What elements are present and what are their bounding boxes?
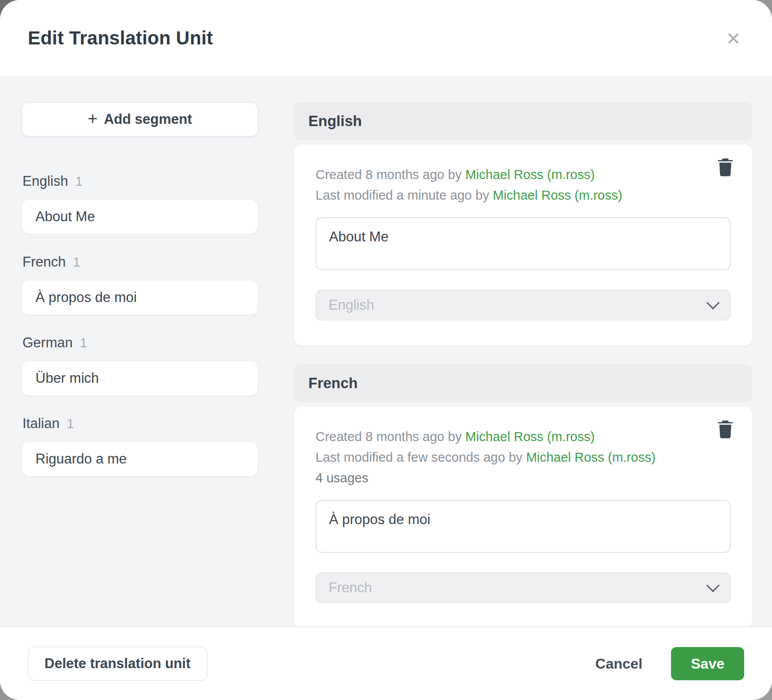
section-french: French Created 8 months ago by Michael R… — [294, 364, 752, 626]
save-button[interactable]: Save — [671, 647, 744, 680]
section-title: English — [308, 113, 362, 130]
segment-count-badge: 1 — [75, 174, 83, 189]
add-segment-label: Add segment — [104, 111, 192, 127]
language-select-value: French — [329, 580, 372, 596]
segment-language: Italian — [22, 416, 60, 432]
segment-detail-card-french: Created 8 months ago by Michael Ross (m.… — [294, 407, 752, 626]
delete-translation-unit-button[interactable]: Delete translation unit — [28, 647, 207, 681]
modified-user-link[interactable]: Michael Ross (m.ross) — [526, 450, 655, 464]
segment-language-label: Italian 1 — [22, 416, 258, 432]
created-user-link[interactable]: Michael Ross (m.ross) — [465, 167, 595, 182]
list-item: Italian 1 Riguardo a me — [22, 416, 258, 477]
segment-sidebar: + Add segment English 1 About Me French … — [22, 102, 258, 617]
language-select[interactable]: French — [316, 573, 731, 603]
section-english: English Created 8 months ago by Michael … — [294, 102, 752, 346]
segment-language-label: German 1 — [22, 335, 258, 351]
segment-detail-panel: English Created 8 months ago by Michael … — [294, 102, 752, 617]
cancel-button[interactable]: Cancel — [592, 655, 645, 673]
edit-translation-unit-modal: Edit Translation Unit × + Add segment En… — [0, 0, 772, 700]
list-item: English 1 About Me — [22, 173, 258, 234]
close-icon[interactable]: × — [720, 25, 747, 52]
segment-card-italian[interactable]: Riguardo a me — [22, 442, 258, 477]
list-item: French 1 À propos de moi — [22, 254, 258, 315]
segment-list: English 1 About Me French 1 À propos de … — [22, 173, 258, 477]
modified-meta: Last modified a minute ago by Michael Ro… — [316, 185, 731, 206]
segment-text-input[interactable]: About Me — [316, 217, 731, 270]
segment-card-english[interactable]: About Me — [22, 199, 258, 234]
section-header-french: French — [294, 364, 752, 402]
segment-card-german[interactable]: Über mich — [22, 361, 258, 396]
segment-language: German — [22, 335, 73, 351]
modal-header: Edit Translation Unit × — [0, 0, 772, 77]
modal-title: Edit Translation Unit — [28, 27, 213, 49]
segment-language: English — [22, 173, 68, 189]
list-item: German 1 Über mich — [22, 335, 258, 396]
segment-count-badge: 1 — [73, 255, 80, 270]
segment-language-label: English 1 — [22, 173, 258, 189]
add-segment-button[interactable]: + Add segment — [22, 102, 258, 136]
chevron-down-icon — [706, 578, 720, 592]
modified-prefix: Last modified a few seconds ago by — [316, 450, 526, 464]
trash-icon[interactable] — [715, 157, 735, 179]
plus-icon: + — [88, 110, 97, 127]
segment-count-badge: 1 — [80, 336, 87, 350]
section-title: French — [308, 375, 358, 392]
created-prefix: Created 8 months ago by — [316, 167, 465, 182]
language-select[interactable]: English — [316, 290, 731, 320]
segment-count-badge: 1 — [67, 416, 74, 431]
segment-text-input[interactable]: À propos de moi — [316, 500, 731, 553]
modified-meta: Last modified a few seconds ago by Micha… — [316, 447, 731, 468]
segment-language-label: French 1 — [22, 254, 258, 270]
trash-icon[interactable] — [715, 419, 735, 441]
usages-count: 4 usages — [316, 468, 731, 488]
created-prefix: Created 8 months ago by — [316, 429, 465, 444]
modified-prefix: Last modified a minute ago by — [316, 188, 493, 202]
language-select-value: English — [329, 297, 374, 313]
modal-footer: Delete translation unit Cancel Save — [0, 626, 772, 700]
segment-language: French — [22, 254, 66, 270]
chevron-down-icon — [706, 296, 720, 309]
segment-card-french[interactable]: À propos de moi — [22, 280, 258, 315]
segment-detail-card-english: Created 8 months ago by Michael Ross (m.… — [294, 144, 752, 346]
created-user-link[interactable]: Michael Ross (m.ross) — [465, 429, 595, 444]
modified-user-link[interactable]: Michael Ross (m.ross) — [493, 188, 622, 202]
created-meta: Created 8 months ago by Michael Ross (m.… — [316, 164, 731, 185]
modal-body: + Add segment English 1 About Me French … — [0, 77, 772, 626]
section-header-english: English — [294, 102, 752, 140]
created-meta: Created 8 months ago by Michael Ross (m.… — [316, 426, 731, 447]
